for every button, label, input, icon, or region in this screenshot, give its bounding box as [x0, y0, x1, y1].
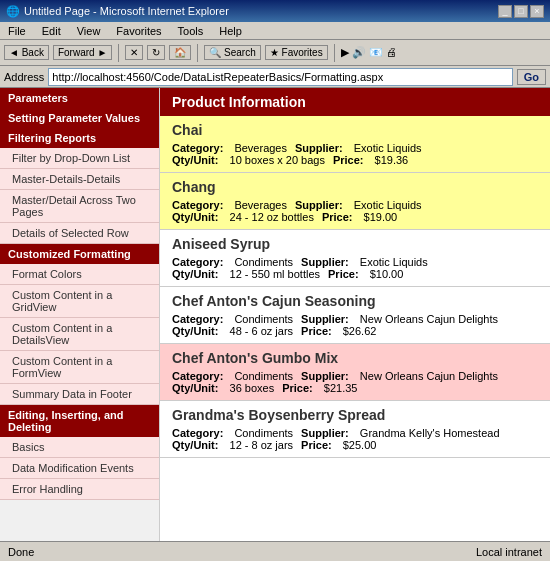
menu-file[interactable]: File — [4, 25, 30, 37]
sidebar-section-setting-params[interactable]: Setting Parameter Values — [0, 108, 159, 128]
product-item: Grandma's Boysenberry SpreadCategory: Co… — [160, 401, 550, 458]
menu-view[interactable]: View — [73, 25, 105, 37]
toolbar: ◄ Back Forward ► ✕ ↻ 🏠 🔍 Search ★ Favori… — [0, 40, 550, 66]
supplier-label: Supplier: Exotic Liquids — [295, 142, 422, 154]
sidebar-section-editing[interactable]: Editing, Inserting, and Deleting — [0, 405, 159, 437]
product-details: Category: CondimentsSupplier: Exotic Liq… — [160, 254, 550, 286]
sidebar-section-parameters[interactable]: Parameters — [0, 88, 159, 108]
product-details: Category: BeveragesSupplier: Exotic Liqu… — [160, 197, 550, 229]
menu-favorites[interactable]: Favorites — [112, 25, 165, 37]
menu-edit[interactable]: Edit — [38, 25, 65, 37]
product-details: Category: BeveragesSupplier: Exotic Liqu… — [160, 140, 550, 172]
sidebar-item-details-selected-row[interactable]: Details of Selected Row — [0, 223, 159, 244]
address-label: Address — [4, 71, 44, 83]
price-label: Price: $25.00 — [301, 439, 376, 451]
supplier-label: Supplier: Grandma Kelly's Homestead — [301, 427, 499, 439]
price-label: Price: $26.62 — [301, 325, 376, 337]
sidebar-item-custom-gridview[interactable]: Custom Content in a GridView — [0, 285, 159, 318]
title-bar-left: 🌐 Untitled Page - Microsoft Internet Exp… — [6, 5, 229, 18]
product-item: Chef Anton's Cajun SeasoningCategory: Co… — [160, 287, 550, 344]
title-bar-controls[interactable]: _ □ × — [498, 5, 544, 18]
close-button[interactable]: × — [530, 5, 544, 18]
status-zone: Local intranet — [476, 546, 542, 558]
category-label: Category: Condiments — [172, 427, 293, 439]
qty-label: Qty/Unit: 48 - 6 oz jars — [172, 325, 293, 337]
forward-button[interactable]: Forward ► — [53, 45, 112, 60]
status-ready: Done — [8, 546, 34, 558]
sidebar-item-format-colors[interactable]: Format Colors — [0, 264, 159, 285]
media-icons: ▶ 🔊 📧 🖨 — [341, 46, 397, 59]
toolbar-separator-2 — [197, 44, 198, 62]
product-details: Category: CondimentsSupplier: New Orlean… — [160, 368, 550, 400]
minimize-button[interactable]: _ — [498, 5, 512, 18]
price-label: Price: $10.00 — [328, 268, 403, 280]
category-label: Category: Beverages — [172, 142, 287, 154]
product-item: ChangCategory: BeveragesSupplier: Exotic… — [160, 173, 550, 230]
qty-label: Qty/Unit: 24 - 12 oz bottles — [172, 211, 314, 223]
supplier-label: Supplier: New Orleans Cajun Delights — [301, 370, 498, 382]
supplier-label: Supplier: Exotic Liquids — [301, 256, 428, 268]
product-name: Grandma's Boysenberry Spread — [160, 401, 550, 425]
price-label: Price: $19.00 — [322, 211, 397, 223]
qty-label: Qty/Unit: 12 - 550 ml bottles — [172, 268, 320, 280]
window-title: Untitled Page - Microsoft Internet Explo… — [24, 5, 229, 17]
supplier-label: Supplier: Exotic Liquids — [295, 199, 422, 211]
products-container: ChaiCategory: BeveragesSupplier: Exotic … — [160, 116, 550, 458]
product-name: Chef Anton's Gumbo Mix — [160, 344, 550, 368]
sidebar-item-custom-formview[interactable]: Custom Content in a FormView — [0, 351, 159, 384]
sidebar-item-summary-footer[interactable]: Summary Data in Footer — [0, 384, 159, 405]
sidebar-section-filtering[interactable]: Filtering Reports — [0, 128, 159, 148]
product-header: Product Information — [160, 88, 550, 116]
address-input[interactable] — [48, 68, 512, 86]
toolbar-separator-3 — [334, 44, 335, 62]
category-label: Category: Condiments — [172, 313, 293, 325]
title-bar: 🌐 Untitled Page - Microsoft Internet Exp… — [0, 0, 550, 22]
menu-help[interactable]: Help — [215, 25, 246, 37]
maximize-button[interactable]: □ — [514, 5, 528, 18]
qty-label: Qty/Unit: 36 boxes — [172, 382, 274, 394]
sidebar-item-master-detail-two-pages[interactable]: Master/Detail Across Two Pages — [0, 190, 159, 223]
product-name: Chef Anton's Cajun Seasoning — [160, 287, 550, 311]
toolbar-separator-1 — [118, 44, 119, 62]
sidebar-item-error-handling[interactable]: Error Handling — [0, 479, 159, 500]
product-name: Aniseed Syrup — [160, 230, 550, 254]
go-button[interactable]: Go — [517, 69, 546, 85]
sidebar-item-data-modification[interactable]: Data Modification Events — [0, 458, 159, 479]
sidebar-item-filter-dropdown[interactable]: Filter by Drop-Down List — [0, 148, 159, 169]
category-label: Category: Condiments — [172, 256, 293, 268]
supplier-label: Supplier: New Orleans Cajun Delights — [301, 313, 498, 325]
main-layout: Parameters Setting Parameter Values Filt… — [0, 88, 550, 541]
address-bar: Address Go — [0, 66, 550, 88]
status-bar: Done Local intranet — [0, 541, 550, 561]
browser-icon: 🌐 — [6, 5, 20, 18]
sidebar-item-basics[interactable]: Basics — [0, 437, 159, 458]
favorites-button[interactable]: ★ Favorites — [265, 45, 328, 60]
stop-button[interactable]: ✕ — [125, 45, 143, 60]
content-area: Product Information ChaiCategory: Bevera… — [160, 88, 550, 541]
search-button[interactable]: 🔍 Search — [204, 45, 260, 60]
product-details: Category: CondimentsSupplier: New Orlean… — [160, 311, 550, 343]
category-label: Category: Beverages — [172, 199, 287, 211]
qty-label: Qty/Unit: 12 - 8 oz jars — [172, 439, 293, 451]
sidebar-section-customized-formatting[interactable]: Customized Formatting — [0, 244, 159, 264]
menu-bar: File Edit View Favorites Tools Help — [0, 22, 550, 40]
menu-tools[interactable]: Tools — [174, 25, 208, 37]
sidebar-item-custom-detailsview[interactable]: Custom Content in a DetailsView — [0, 318, 159, 351]
product-name: Chai — [160, 116, 550, 140]
price-label: Price: $21.35 — [282, 382, 357, 394]
sidebar-item-master-details-details[interactable]: Master-Details-Details — [0, 169, 159, 190]
product-item: Chef Anton's Gumbo MixCategory: Condimen… — [160, 344, 550, 401]
back-button[interactable]: ◄ Back — [4, 45, 49, 60]
product-name: Chang — [160, 173, 550, 197]
qty-label: Qty/Unit: 10 boxes x 20 bags — [172, 154, 325, 166]
product-item: ChaiCategory: BeveragesSupplier: Exotic … — [160, 116, 550, 173]
price-label: Price: $19.36 — [333, 154, 408, 166]
product-item: Aniseed SyrupCategory: CondimentsSupplie… — [160, 230, 550, 287]
home-button[interactable]: 🏠 — [169, 45, 191, 60]
category-label: Category: Condiments — [172, 370, 293, 382]
sidebar: Parameters Setting Parameter Values Filt… — [0, 88, 160, 541]
product-details: Category: CondimentsSupplier: Grandma Ke… — [160, 425, 550, 457]
refresh-button[interactable]: ↻ — [147, 45, 165, 60]
